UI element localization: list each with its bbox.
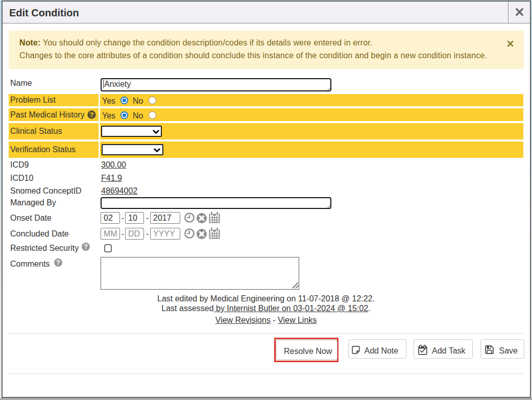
svg-text:?: ? — [84, 243, 88, 250]
svg-text:?: ? — [56, 258, 60, 266]
svg-text:?: ? — [89, 111, 93, 119]
